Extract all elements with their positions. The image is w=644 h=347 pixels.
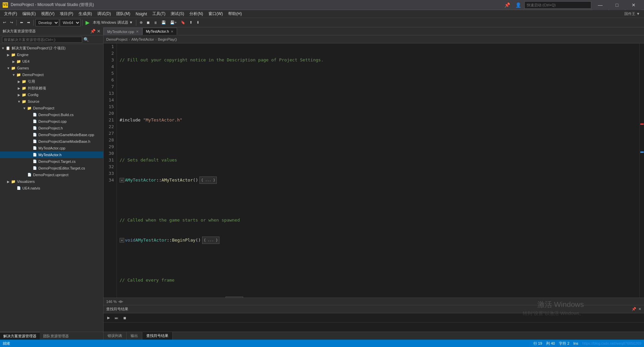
tree-dpeditortarget[interactable]: 📄 DemoProjectEditor.Target.cs [0,165,103,171]
fold-7[interactable]: + [120,178,124,183]
sidebar-tab-team[interactable]: 团队资源管理器 [40,332,72,340]
tree-dpuproject[interactable]: 📄 DemoProject.uproject [0,171,103,178]
sidebar-search-input[interactable] [2,37,82,43]
tree-dpcpp[interactable]: 📄 DemoProject.cpp [0,118,103,125]
menu-edit[interactable]: 编辑(E) [20,10,38,18]
toolbar-extra-3[interactable]: ⏸ [152,19,159,26]
tree-dpgamebasecpp[interactable]: 📄 DemoProjectGameModeBase.cpp [0,131,103,138]
status-url[interactable]: https://blog.csdn.net/weq876850269 [582,341,641,345]
menu-tools[interactable]: 工具(T) [150,10,168,18]
code-line-14: // Called when the game starts or when s… [120,217,639,224]
sidebar-title: 解决方案资源管理器 [3,29,36,34]
tree-games[interactable]: ▼ 📁 Games [0,65,103,71]
menu-nsight[interactable]: Nsight [133,10,150,18]
menu-build[interactable]: 生成(B) [76,10,95,18]
visualizers-icon: 📁 [11,179,16,184]
toolbar-next-bookmark[interactable]: ⬇ [195,19,201,26]
dpuproject-label: DemoProject.uproject [33,173,68,177]
tree-engine[interactable]: ▶ 📁 Engine [0,51,103,58]
minimize-button[interactable]: — [593,0,608,10]
bottom-tab-output[interactable]: 输出 [127,332,142,340]
menu-analyze[interactable]: 分析(N) [187,10,206,18]
find-panel-close[interactable]: ✕ [638,307,641,311]
find-skip-btn[interactable]: ⏭ [113,315,120,321]
status-ins: Ins [574,341,579,345]
toolbar-redo[interactable]: ↪ [8,19,15,26]
menu-project[interactable]: 项目(P) [57,10,76,18]
find-panel-pin[interactable]: 📌 [632,307,636,311]
code-line-2 [120,77,639,83]
zoom-level[interactable]: 146 % [106,300,117,304]
quick-launch-input[interactable] [524,1,591,9]
tree-ue4[interactable]: ▶ 📁 UE4 [0,58,103,65]
nav-project[interactable]: DemoProject [106,37,128,41]
tree-mytestactorh[interactable]: 📄 MyTestActor.h [0,151,103,158]
menu-file[interactable]: 文件(F) [1,10,20,18]
tree-dpbuild[interactable]: 📄 DemoProject.Build.cs [0,111,103,118]
menu-help[interactable]: 帮助(H) [225,10,245,18]
fold-15[interactable]: + [120,238,124,243]
editor-scrollbar[interactable] [639,43,644,298]
fold-inline-7[interactable]: { ... } [199,177,217,184]
fold-inline-22[interactable]: { ... } [225,297,243,298]
sidebar-close-icon[interactable]: ✕ [97,29,101,34]
close-button[interactable]: ✕ [626,0,641,10]
tree-mytestactorcpp[interactable]: 📄 MyTestActor.cpp [0,145,103,151]
toolbar-bookmark[interactable]: 🔖 [179,19,187,26]
tree-dptarget[interactable]: 📄 DemoProject.Target.cs [0,158,103,165]
sidebar-search-button[interactable]: 🔍 [84,37,89,42]
maximize-button[interactable]: □ [609,0,625,10]
user-label[interactable]: 国件王 ▼ [624,11,643,16]
tree-dpsrc[interactable]: ▼ 📁 DemoProject [0,105,103,111]
sidebar: 🔍 ▼ 📋 解决方案'DemoProject'(2 个项目) ▶ 📁 Engin… [0,35,104,340]
tab-mytestactorh[interactable]: MyTestActor.h ✕ [142,28,177,35]
tree-source[interactable]: ▼ 📁 Source [0,98,103,105]
toolbar-prev-bookmark[interactable]: ⬆ [188,19,194,26]
tree-ref[interactable]: ▶ 📁 引用 [0,78,103,85]
menu-view[interactable]: 视图(V) [38,10,57,18]
sidebar-search-area: 🔍 [0,35,103,44]
bottom-tab-errors[interactable]: 错误列表 [104,332,127,340]
editor-tabs-area: 解决方案资源管理器 📌 ✕ MyTestActor.cpp ✕ MyTestAc… [0,27,644,35]
status-line: 行 19 [533,341,542,346]
ref-icon: 📁 [21,79,27,84]
nav-method[interactable]: BeginPlay() [158,37,177,41]
nav-class[interactable]: AMyTestActor [131,37,154,41]
find-run-btn[interactable]: ▶ [106,315,112,321]
bottom-tab-findsymbol[interactable]: 查找符号结果 [142,332,173,340]
tab-cpp-close[interactable]: ✕ [136,30,139,33]
toolbar-saveall[interactable]: 💾+ [168,19,178,26]
tab-mytestactorcpp[interactable]: MyTestActor.cpp ✕ [104,28,142,35]
tree-demoproject[interactable]: ▼ 📁 DemoProject [0,71,103,78]
tree-dpgamebaseh[interactable]: 📄 DemoProjectGameModeBase.h [0,138,103,145]
user-icon[interactable]: 👤 [513,2,523,8]
toolbar-back[interactable]: ⬅ [18,19,25,26]
dptarget-label: DemoProject.Target.cs [38,159,75,163]
platform-dropdown[interactable]: Win64 [60,19,80,26]
code-content[interactable]: // Fill out your copyright notice in the… [117,43,639,298]
sidebar-tab-solution[interactable]: 解决方案资源管理器 [0,332,40,340]
dpgamebaseh-label: DemoProjectGameModeBase.h [38,139,90,143]
toolbar-forward[interactable]: ➡ [25,19,32,26]
toolbar-extra-1[interactable]: ⊕ [138,19,144,26]
tree-solution[interactable]: ▼ 📋 解决方案'DemoProject'(2 个项目) [0,45,103,51]
toolbar-extra-2[interactable]: ◼ [145,19,151,26]
tree-dph[interactable]: 📄 DemoProject.h [0,125,103,131]
toolbar-save[interactable]: 💾 [160,19,168,26]
menu-debug[interactable]: 调试(D) [95,10,114,18]
tree-ue4natvis[interactable]: 📄 UE4.natvis [0,185,103,192]
config-dropdown[interactable]: Develop [35,19,59,26]
tree-visualizers[interactable]: ▶ 📁 Visualizers [0,178,103,185]
run-button[interactable]: ▶ [84,19,91,26]
toolbar-undo[interactable]: ↩ [1,19,8,26]
sidebar-pin-icon[interactable]: 📌 [90,29,96,34]
menu-window[interactable]: 窗口(W) [206,10,225,18]
pin-icon[interactable]: 📌 [502,2,512,8]
tree-config[interactable]: ▶ 📁 Config [0,91,103,98]
menu-test[interactable]: 测试(S) [168,10,187,18]
fold-inline-15[interactable]: { ... } [202,237,219,244]
menu-team[interactable]: 团队(M) [114,10,133,18]
tab-h-close[interactable]: ✕ [171,30,173,33]
find-stop-btn[interactable]: ⏹ [121,315,128,321]
tree-extern[interactable]: ▶ 📁 外部依赖项 [0,85,103,91]
